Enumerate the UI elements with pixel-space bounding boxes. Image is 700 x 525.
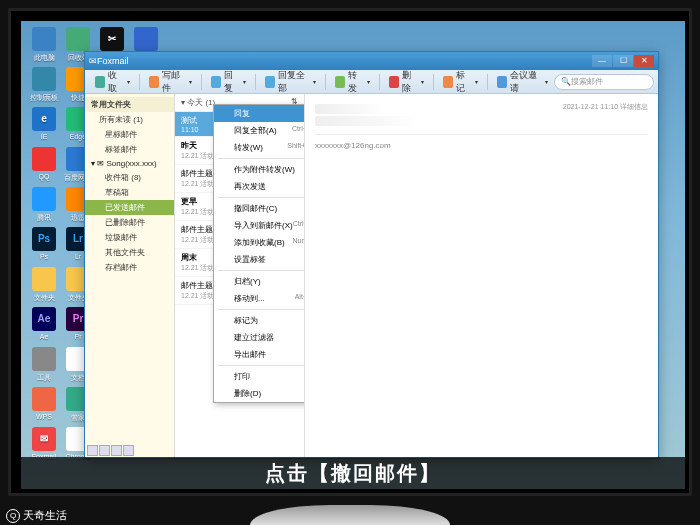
- toolbar-button[interactable]: 删除 ▾: [383, 72, 430, 92]
- toolbar-button[interactable]: 转发 ▾: [329, 72, 376, 92]
- context-menu-item[interactable]: 打印: [214, 368, 305, 385]
- context-menu-item[interactable]: 导出邮件: [214, 346, 305, 363]
- close-button[interactable]: ✕: [634, 55, 654, 67]
- toolbar-button[interactable]: 写邮件 ▾: [143, 72, 198, 92]
- desktop[interactable]: 此电脑回收站✂剪映网络控制面板快捷eIEEdgeQQ百度网盘腾讯迅雷PsPsLr…: [21, 21, 685, 489]
- mail-preview: 2021-12-21 11:10 详细信息 xxxxxxx@126ng.com: [305, 94, 658, 458]
- context-menu-item[interactable]: 设置标签›: [214, 251, 305, 268]
- desktop-icon[interactable]: 工具: [27, 347, 61, 383]
- tutorial-caption: 点击【撤回邮件】: [21, 457, 685, 489]
- desktop-icon[interactable]: PsPs: [27, 227, 61, 260]
- context-menu-item[interactable]: 转发(W)Shift+W: [214, 139, 305, 156]
- context-menu-item[interactable]: 标记为›: [214, 312, 305, 329]
- sidebar-view-tabs[interactable]: [87, 445, 134, 456]
- sidebar-folder[interactable]: 其他文件夹: [85, 245, 174, 260]
- mail-icon: ✉: [89, 56, 97, 66]
- desktop-icon[interactable]: AeAe: [27, 307, 61, 340]
- toolbar: 收取 ▾写邮件 ▾回复 ▾回复全部 ▾转发 ▾删除 ▾标记 ▾会议邀请 ▾🔍 搜…: [85, 70, 658, 94]
- context-menu-item[interactable]: 作为附件转发(W): [214, 161, 305, 178]
- desktop-icon[interactable]: 文件夹: [27, 267, 61, 303]
- brand-watermark: Q天奇生活: [6, 508, 67, 523]
- titlebar[interactable]: ✉ Foxmail — ☐ ✕: [85, 52, 658, 70]
- mail-from: xxxxxxx@126ng.com: [315, 141, 648, 150]
- desktop-icon[interactable]: 此电脑: [27, 27, 61, 63]
- sidebar-item[interactable]: 所有未读 (1): [85, 112, 174, 127]
- minimize-button[interactable]: —: [592, 55, 612, 67]
- context-menu-item[interactable]: 撤回邮件(C): [214, 200, 305, 217]
- context-menu-item[interactable]: 回复: [214, 105, 305, 122]
- context-menu-item[interactable]: 建立过滤器: [214, 329, 305, 346]
- foxmail-window: ✉ Foxmail — ☐ ✕ 收取 ▾写邮件 ▾回复 ▾回复全部 ▾转发 ▾删…: [84, 51, 659, 459]
- toolbar-button[interactable]: 回复 ▾: [205, 72, 252, 92]
- monitor-frame: 此电脑回收站✂剪映网络控制面板快捷eIEEdgeQQ百度网盘腾讯迅雷PsPsLr…: [8, 8, 692, 496]
- search-input[interactable]: 🔍 搜索邮件: [554, 74, 654, 90]
- context-menu-item[interactable]: 再次发送: [214, 178, 305, 195]
- context-menu: 回复回复全部(A)Ctrl+R转发(W)Shift+W作为附件转发(W)再次发送…: [213, 104, 305, 403]
- context-menu-item[interactable]: 移动到...Alt+N: [214, 290, 305, 307]
- toolbar-button[interactable]: 回复全部 ▾: [259, 72, 322, 92]
- sidebar-folder[interactable]: 已删除邮件: [85, 215, 174, 230]
- mail-meta: 2021-12-21 11:10 详细信息: [563, 102, 648, 112]
- sidebar-header: 常用文件夹: [85, 97, 174, 112]
- maximize-button[interactable]: ☐: [613, 55, 633, 67]
- toolbar-button[interactable]: 标记 ▾: [437, 72, 484, 92]
- mail-list: ▾ 今天 (1)⇅ 测试11:10 昨天12-2112.21 活动-双旦嘉年华邮…: [175, 94, 305, 458]
- context-menu-item[interactable]: 添加到收藏(B)Num *: [214, 234, 305, 251]
- desktop-icon[interactable]: QQ: [27, 147, 61, 180]
- desktop-icon[interactable]: ✉Foxmail: [27, 427, 61, 460]
- desktop-icon[interactable]: 控制面板: [27, 67, 61, 103]
- sidebar-folder[interactable]: 草稿箱: [85, 185, 174, 200]
- context-menu-item[interactable]: 删除(D): [214, 385, 305, 402]
- desktop-icon[interactable]: 腾讯: [27, 187, 61, 223]
- desktop-icon[interactable]: eIE: [27, 107, 61, 140]
- sidebar-folder[interactable]: 收件箱 (8): [85, 170, 174, 185]
- context-menu-item[interactable]: 导入到新邮件(X)Ctrl+U: [214, 217, 305, 234]
- toolbar-button[interactable]: 会议邀请 ▾: [491, 72, 554, 92]
- desktop-icon[interactable]: WPS: [27, 387, 61, 420]
- folder-sidebar: 常用文件夹 所有未读 (1)星标邮件标签邮件 ▾ ✉ Song(xxx.xxx)…: [85, 94, 175, 458]
- sidebar-folder[interactable]: 已发送邮件: [85, 200, 174, 215]
- context-menu-item[interactable]: 回复全部(A)Ctrl+R: [214, 122, 305, 139]
- sidebar-item[interactable]: 星标邮件: [85, 127, 174, 142]
- sidebar-folder[interactable]: 存档邮件: [85, 260, 174, 275]
- sidebar-item[interactable]: 标签邮件: [85, 142, 174, 157]
- context-menu-item[interactable]: 归档(Y): [214, 273, 305, 290]
- window-title: Foxmail: [97, 56, 129, 66]
- account-node[interactable]: ▾ ✉ Song(xxx.xxx): [85, 157, 174, 170]
- sidebar-folder[interactable]: 垃圾邮件: [85, 230, 174, 245]
- toolbar-button[interactable]: 收取 ▾: [89, 72, 136, 92]
